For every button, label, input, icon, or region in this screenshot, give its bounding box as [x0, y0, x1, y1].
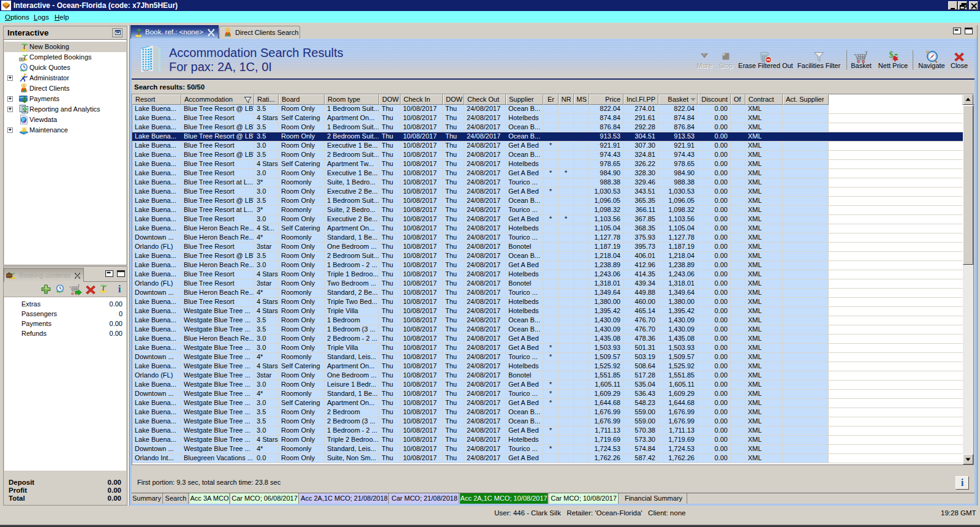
svg-text:i: i [961, 477, 964, 488]
svg-text:i: i [118, 283, 121, 294]
svg-text:$: $ [889, 50, 894, 59]
svg-text:$: $ [23, 95, 27, 104]
